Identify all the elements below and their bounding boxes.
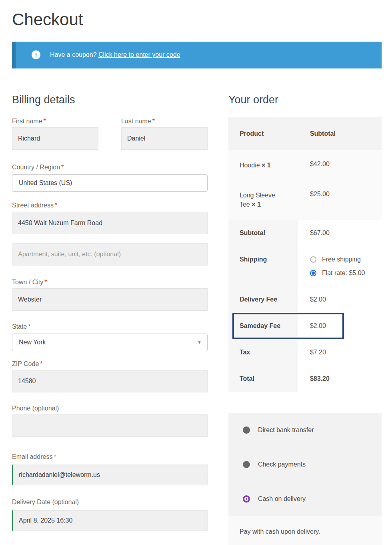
- subtotal-value: $67.00: [298, 220, 382, 246]
- shipping-option-flat-rate[interactable]: Flat rate: $5.00: [310, 269, 382, 277]
- delivery-fee-value: $2.00: [298, 286, 382, 313]
- city-label: Town / City*: [12, 278, 208, 286]
- checkout-columns: Billing details First name* Last name* C…: [12, 93, 382, 545]
- tax-value: $7.20: [298, 339, 382, 366]
- required-marker: *: [61, 164, 64, 171]
- radio-unchecked-icon[interactable]: [310, 256, 316, 263]
- subtotal-row: Subtotal $67.00: [228, 220, 382, 246]
- country-group: Country / Region* United States (US): [12, 163, 208, 192]
- order-review-section: Your order Product Subtotal Hoodie × 1 $…: [228, 93, 382, 545]
- payment-methods: Direct bank transfer Check payments Cash…: [228, 413, 382, 545]
- apartment-group: [12, 243, 208, 265]
- required-marker: *: [44, 118, 46, 125]
- delivery-date-group: Delivery Date (optional): [12, 498, 208, 531]
- radio-unchecked-icon[interactable]: [243, 426, 250, 434]
- sameday-fee-row-highlighted: Sameday Fee $2.00: [228, 313, 382, 339]
- total-value: $83.20: [298, 366, 382, 392]
- order-item-price: $25.00: [298, 180, 382, 219]
- state-select[interactable]: New York ▾: [12, 334, 208, 351]
- subtotal-label: Subtotal: [228, 220, 298, 246]
- state-group: State* New York ▾: [12, 323, 208, 351]
- email-label: Email address*: [12, 453, 208, 461]
- street-address-input[interactable]: [12, 212, 208, 234]
- payment-method-bank-transfer[interactable]: Direct bank transfer: [228, 413, 382, 447]
- email-group: Email address*: [12, 453, 208, 485]
- order-item-name-cell: Hoodie × 1: [228, 150, 298, 180]
- sameday-fee-value: $2.00: [298, 313, 382, 339]
- last-name-input[interactable]: [121, 127, 208, 150]
- payment-method-description: Pay with cash upon delivery.: [228, 516, 382, 545]
- first-name-group: First name*: [12, 117, 98, 150]
- item-quantity: × 1: [252, 201, 261, 208]
- apartment-input[interactable]: [12, 243, 208, 265]
- name-row: First name* Last name*: [12, 117, 208, 150]
- delivery-date-input[interactable]: [12, 510, 208, 531]
- radio-checked-icon[interactable]: [243, 495, 250, 503]
- shipping-options: Free shipping Flat rate: $5.00: [298, 246, 382, 286]
- last-name-label: Last name*: [121, 117, 208, 125]
- chevron-down-icon: ▾: [198, 339, 201, 345]
- street-group: Street address*: [12, 201, 208, 234]
- payment-method-label[interactable]: Cash on delivery: [258, 495, 306, 503]
- coupon-prefix: Have a coupon?: [50, 51, 97, 58]
- billing-details-section: Billing details First name* Last name* C…: [12, 93, 208, 545]
- country-selected-value: United States (US): [19, 179, 72, 187]
- required-marker: *: [152, 118, 155, 125]
- city-input[interactable]: [12, 288, 208, 311]
- zip-input[interactable]: [12, 370, 208, 392]
- delivery-fee-row: Delivery Fee $2.00: [228, 286, 382, 313]
- order-item-price: $42.00: [298, 150, 382, 180]
- checkout-page: Checkout ! Have a coupon? Click here to …: [0, 10, 392, 545]
- coupon-banner: ! Have a coupon? Click here to enter you…: [12, 42, 382, 68]
- radio-unchecked-icon[interactable]: [243, 461, 250, 468]
- phone-group: Phone (optional): [12, 404, 208, 437]
- delivery-fee-label: Delivery Fee: [228, 286, 298, 313]
- info-icon: !: [32, 50, 40, 59]
- phone-input[interactable]: [12, 414, 208, 437]
- required-marker: *: [44, 279, 47, 286]
- shipping-option-label[interactable]: Flat rate: $5.00: [322, 269, 365, 277]
- shipping-option-label[interactable]: Free shipping: [322, 256, 361, 263]
- item-quantity: × 1: [262, 162, 271, 169]
- required-marker: *: [28, 323, 30, 330]
- total-label: Total: [228, 366, 298, 392]
- order-heading: Your order: [228, 93, 382, 106]
- last-name-group: Last name*: [121, 117, 208, 150]
- payment-method-label[interactable]: Check payments: [258, 461, 306, 468]
- order-table-header: Product Subtotal: [228, 117, 382, 150]
- zip-group: ZIP Code*: [12, 360, 208, 392]
- first-name-input[interactable]: [12, 127, 98, 150]
- radio-checked-icon[interactable]: [310, 270, 316, 276]
- shipping-label: Shipping: [228, 246, 298, 286]
- required-marker: *: [55, 202, 57, 209]
- order-item-row: Hoodie × 1 $42.00: [228, 150, 382, 180]
- shipping-row: Shipping Free shipping Flat rate: $5.00: [228, 246, 382, 286]
- payment-method-cash-on-delivery[interactable]: Cash on delivery: [228, 482, 382, 516]
- state-selected-value: New York: [19, 339, 46, 346]
- payment-method-label[interactable]: Direct bank transfer: [258, 426, 314, 434]
- subtotal-column-header: Subtotal: [298, 117, 382, 150]
- payment-method-check[interactable]: Check payments: [228, 447, 382, 482]
- coupon-link[interactable]: Click here to enter your code: [98, 51, 180, 58]
- tax-row: Tax $7.20: [228, 339, 382, 366]
- delivery-date-label: Delivery Date (optional): [12, 498, 208, 506]
- billing-heading: Billing details: [12, 93, 208, 106]
- tax-label: Tax: [228, 339, 298, 366]
- phone-label: Phone (optional): [12, 404, 208, 412]
- sameday-fee-label: Sameday Fee: [228, 313, 298, 339]
- email-input[interactable]: [12, 465, 208, 485]
- city-group: Town / City*: [12, 278, 208, 311]
- state-label: State*: [12, 323, 208, 330]
- total-row: Total $83.20: [228, 366, 382, 392]
- first-name-label: First name*: [12, 117, 98, 125]
- required-marker: *: [54, 453, 56, 460]
- product-column-header: Product: [228, 117, 298, 150]
- order-table: Product Subtotal Hoodie × 1 $42.00 Long …: [228, 117, 382, 392]
- shipping-option-free[interactable]: Free shipping: [310, 256, 382, 263]
- country-label: Country / Region*: [12, 163, 208, 171]
- page-title: Checkout: [12, 10, 382, 30]
- country-select[interactable]: United States (US): [12, 174, 208, 192]
- order-item-row: Long Sleeve Tee × 1 $25.00: [228, 180, 382, 219]
- zip-label: ZIP Code*: [12, 360, 208, 368]
- required-marker: *: [40, 360, 42, 367]
